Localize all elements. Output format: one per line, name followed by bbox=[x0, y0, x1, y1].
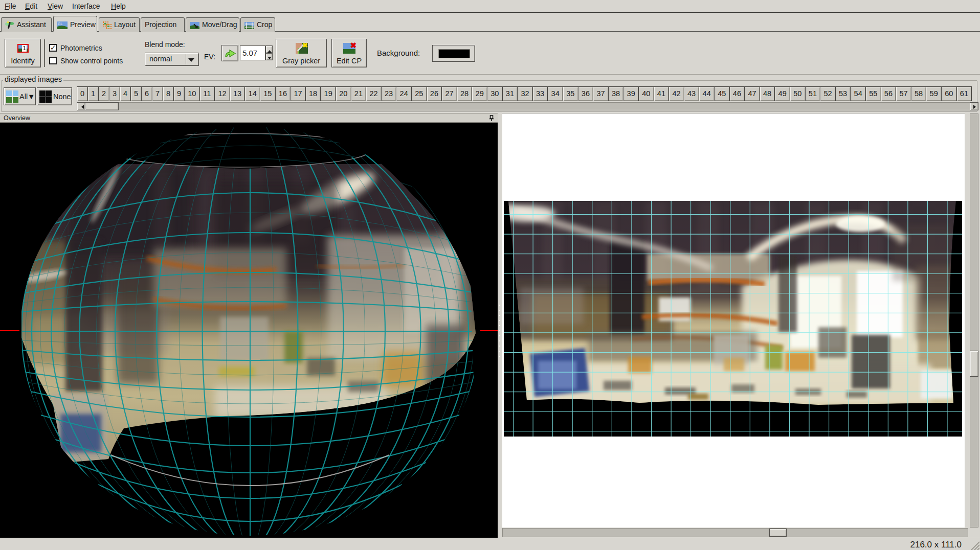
svg-text:GL: GL bbox=[58, 22, 62, 26]
